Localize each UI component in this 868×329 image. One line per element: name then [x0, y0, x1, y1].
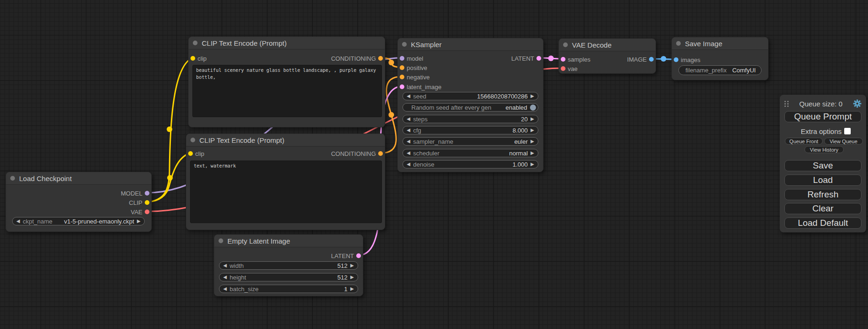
- input-slot-vae[interactable]: vae: [559, 64, 656, 73]
- collapse-dot-icon[interactable]: [402, 42, 407, 47]
- widget-batch-size[interactable]: ◀ batch_size 1 ▶: [219, 285, 358, 293]
- image-slot-dot-icon[interactable]: [649, 57, 654, 62]
- toggle-knob-icon[interactable]: [530, 105, 536, 111]
- collapse-dot-icon[interactable]: [676, 41, 681, 46]
- node-title-bar[interactable]: Save Image: [672, 37, 768, 50]
- widget-sampler-name[interactable]: ◀ sampler_name euler ▶: [402, 137, 538, 146]
- prompt-textarea[interactable]: beautiful scenery nature glass bottle la…: [192, 65, 382, 117]
- output-slot-conditioning[interactable]: CONDITIONING: [189, 54, 385, 63]
- node-vae-decode[interactable]: VAE Decode samples IMAGE vae: [558, 38, 656, 74]
- view-history-button[interactable]: View History: [804, 146, 844, 153]
- input-slot-images[interactable]: images: [672, 55, 768, 64]
- increment-arrow-icon[interactable]: ▶: [530, 117, 534, 121]
- refresh-button[interactable]: Refresh: [784, 189, 861, 200]
- queue-prompt-button[interactable]: Queue Prompt: [784, 111, 861, 122]
- widget-value: euler: [514, 138, 528, 145]
- queue-front-button[interactable]: Queue Front: [785, 138, 823, 145]
- collapse-dot-icon[interactable]: [191, 138, 195, 142]
- decrement-arrow-icon[interactable]: ◀: [407, 139, 410, 144]
- node-clip-text-encode-positive[interactable]: CLIP Text Encode (Prompt) clip CONDITION…: [188, 36, 385, 127]
- increment-arrow-icon[interactable]: ▶: [350, 287, 354, 291]
- collapse-dot-icon[interactable]: [193, 41, 198, 45]
- conditioning-slot-dot-icon[interactable]: [378, 151, 383, 156]
- output-slot-latent[interactable]: LATENT: [214, 251, 363, 260]
- latent-slot-dot-icon[interactable]: [356, 253, 361, 258]
- extra-options-label: Extra options: [801, 127, 842, 135]
- collapse-dot-icon[interactable]: [219, 238, 223, 243]
- decrement-arrow-icon[interactable]: ◀: [407, 117, 410, 121]
- input-slot-negative[interactable]: negative: [398, 72, 543, 82]
- node-title-bar[interactable]: Load Checkpoint: [6, 172, 151, 185]
- decrement-arrow-icon[interactable]: ◀: [407, 151, 410, 155]
- widget-width[interactable]: ◀ width 512 ▶: [219, 261, 358, 270]
- node-title-bar[interactable]: Empty Latent Image: [214, 235, 363, 247]
- prompt-textarea[interactable]: text, watermark: [190, 161, 382, 223]
- decrement-arrow-icon[interactable]: ◀: [223, 275, 227, 280]
- increment-arrow-icon[interactable]: ▶: [137, 219, 141, 224]
- clip-slot-dot-icon[interactable]: [145, 200, 149, 205]
- increment-arrow-icon[interactable]: ▶: [530, 162, 534, 167]
- widget-denoise[interactable]: ◀ denoise 1.000 ▶: [402, 160, 538, 168]
- view-queue-button[interactable]: View Queue: [824, 138, 863, 145]
- decrement-arrow-icon[interactable]: ◀: [223, 263, 227, 268]
- decrement-arrow-icon[interactable]: ◀: [407, 94, 410, 98]
- widget-ckpt-name[interactable]: ◀ ckpt_name v1-5-pruned-emaonly.ckpt ▶: [12, 217, 145, 225]
- slot-label: negative: [407, 74, 430, 81]
- node-ksampler[interactable]: KSampler model LATENT positive negative …: [397, 38, 543, 172]
- output-slot-latent[interactable]: LATENT: [398, 54, 543, 63]
- queue-panel[interactable]: Queue size: 0 Queue Prompt Extra optio: [780, 95, 866, 232]
- input-slot-latent-image[interactable]: latent_image: [398, 82, 543, 91]
- increment-arrow-icon[interactable]: ▶: [350, 263, 354, 268]
- collapse-dot-icon[interactable]: [10, 176, 15, 181]
- settings-gear-icon[interactable]: [853, 99, 861, 108]
- decrement-arrow-icon[interactable]: ◀: [223, 287, 227, 291]
- widget-seed[interactable]: ◀ seed 156680208700286 ▶: [402, 92, 538, 100]
- node-title: Load Checkpoint: [19, 175, 72, 182]
- increment-arrow-icon[interactable]: ▶: [530, 139, 534, 144]
- load-default-button[interactable]: Load Default: [784, 217, 861, 229]
- conditioning-slot-dot-icon[interactable]: [400, 65, 404, 70]
- vae-slot-dot-icon[interactable]: [145, 210, 149, 214]
- node-title-bar[interactable]: VAE Decode: [559, 39, 656, 51]
- clear-button[interactable]: Clear: [784, 203, 861, 214]
- latent-slot-dot-icon[interactable]: [400, 84, 404, 89]
- latent-slot-dot-icon[interactable]: [536, 56, 541, 61]
- decrement-arrow-icon[interactable]: ◀: [16, 219, 20, 224]
- output-slot-model[interactable]: MODEL: [6, 189, 151, 198]
- drag-handle-icon[interactable]: [784, 100, 789, 107]
- widget-steps[interactable]: ◀ steps 20 ▶: [402, 115, 538, 123]
- node-save-image[interactable]: Save Image images filename_prefix ComfyU…: [671, 37, 769, 80]
- save-button[interactable]: Save: [784, 160, 861, 171]
- node-clip-text-encode-negative[interactable]: CLIP Text Encode (Prompt) clip CONDITION…: [186, 133, 385, 230]
- extra-options-checkbox[interactable]: [844, 128, 851, 134]
- increment-arrow-icon[interactable]: ▶: [530, 94, 534, 98]
- node-title-bar[interactable]: CLIP Text Encode (Prompt): [189, 37, 385, 49]
- widget-height[interactable]: ◀ height 512 ▶: [219, 273, 358, 281]
- node-title-bar[interactable]: CLIP Text Encode (Prompt): [186, 134, 385, 147]
- output-slot-vae[interactable]: VAE: [6, 207, 151, 217]
- node-load-checkpoint[interactable]: Load Checkpoint MODEL CLIP VAE ◀ ckpt_na…: [6, 172, 152, 232]
- node-title-bar[interactable]: KSampler: [398, 38, 543, 51]
- conditioning-slot-dot-icon[interactable]: [400, 75, 404, 79]
- widget-cfg[interactable]: ◀ cfg 8.000 ▶: [402, 126, 538, 134]
- output-slot-clip[interactable]: CLIP: [6, 198, 151, 207]
- output-slot-conditioning[interactable]: CONDITIONING: [186, 149, 385, 158]
- image-slot-dot-icon[interactable]: [674, 57, 678, 62]
- node-empty-latent-image[interactable]: Empty Latent Image LATENT ◀ width 512 ▶ …: [214, 234, 363, 296]
- widget-random-seed-toggle[interactable]: Random seed after every gen enabled: [402, 103, 538, 112]
- widget-scheduler[interactable]: ◀ scheduler normal ▶: [402, 149, 538, 157]
- input-slot-positive[interactable]: positive: [398, 63, 543, 72]
- decrement-arrow-icon[interactable]: ◀: [407, 128, 410, 133]
- conditioning-slot-dot-icon[interactable]: [378, 56, 383, 61]
- decrement-arrow-icon[interactable]: ◀: [407, 162, 410, 167]
- increment-arrow-icon[interactable]: ▶: [530, 128, 534, 133]
- model-slot-dot-icon[interactable]: [145, 191, 149, 196]
- load-button[interactable]: Load: [784, 175, 861, 186]
- widget-filename-prefix[interactable]: filename_prefix ComfyUI: [678, 65, 762, 75]
- collapse-dot-icon[interactable]: [563, 42, 568, 47]
- increment-arrow-icon[interactable]: ▶: [530, 151, 534, 155]
- increment-arrow-icon[interactable]: ▶: [350, 275, 354, 280]
- output-slot-image[interactable]: IMAGE: [559, 55, 656, 64]
- vae-slot-dot-icon[interactable]: [561, 66, 565, 71]
- node-canvas[interactable]: { "colors": { "model": "#B39DDB", "clip"…: [0, 0, 868, 329]
